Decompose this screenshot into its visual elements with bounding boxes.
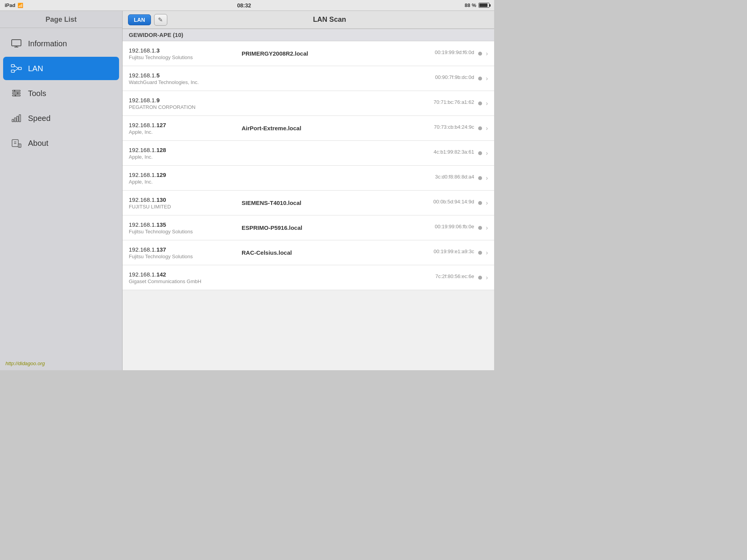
row-status-dot	[478, 226, 482, 230]
svg-rect-5	[18, 67, 21, 70]
chevron-right-icon: ›	[486, 249, 488, 256]
table-row[interactable]: 192.168.1.127 Apple, Inc. AirPort-Extrem…	[123, 116, 494, 141]
svg-rect-8	[12, 90, 20, 91]
speed-label: Speed	[28, 114, 51, 123]
row-mac: 3c:d0:f8:86:8d:a4	[435, 174, 474, 182]
row-hostname: SIEMENS-T4010.local	[242, 200, 301, 206]
table-row[interactable]: 192.168.1.128 Apple, Inc. 4c:b1:99:82:3a…	[123, 141, 494, 166]
section-header: GEWIDOR-APE (10)	[123, 29, 494, 41]
row-ip: 192.168.1.9	[129, 97, 238, 103]
row-hostname-cell: RAC-Celsius.local	[238, 249, 410, 256]
row-right: 4c:b1:99:82:3a:61 ›	[410, 149, 488, 157]
row-hostname: PRIMERGY2008R2.local	[242, 50, 308, 57]
speed-icon	[10, 112, 23, 124]
table-row[interactable]: 192.168.1.129 Apple, Inc. 3c:d0:f8:86:8d…	[123, 166, 494, 191]
row-status-dot	[478, 151, 482, 155]
battery-icon	[479, 3, 489, 8]
edit-icon: ✎	[158, 16, 163, 23]
row-vendor: Fujitsu Technology Solutions	[129, 229, 238, 234]
sidebar-item-tools[interactable]: Tools	[3, 82, 119, 105]
table-row[interactable]: 192.168.1.3 Fujitsu Technology Solutions…	[123, 41, 494, 66]
svg-rect-0	[12, 40, 21, 46]
row-right: 3c:d0:f8:86:8d:a4 ›	[410, 174, 488, 182]
about-icon	[10, 137, 23, 149]
row-ip-vendor: 192.168.1.129 Apple, Inc.	[129, 172, 238, 185]
table-row[interactable]: 192.168.1.135 Fujitsu Technology Solutio…	[123, 215, 494, 240]
information-label: Information	[28, 39, 67, 48]
svg-rect-13	[15, 94, 16, 96]
sidebar-header: Page List	[0, 11, 122, 28]
row-vendor: PEGATRON CORPORATION	[129, 104, 238, 110]
svg-rect-17	[19, 115, 21, 122]
row-right: 00:90:7f:9b:dc:0d ›	[410, 74, 488, 82]
row-right: 00:0b:5d:94:14:9d ›	[410, 199, 488, 207]
row-hostname-cell: SIEMENS-T4010.local	[238, 200, 410, 206]
row-status-dot	[478, 126, 482, 130]
chevron-right-icon: ›	[486, 50, 488, 57]
row-right: 00:19:99:9d:f6:0d ›	[410, 49, 488, 58]
sidebar-item-about[interactable]: About	[3, 131, 119, 155]
sidebar: Page List Information	[0, 11, 123, 370]
row-mac: 70:73:cb:b4:24:9c	[434, 124, 474, 132]
lan-button[interactable]: LAN	[128, 14, 151, 25]
row-right: 7c:2f:80:56:ec:6e ›	[410, 273, 488, 282]
chevron-right-icon: ›	[486, 274, 488, 281]
row-ip-vendor: 192.168.1.127 Apple, Inc.	[129, 122, 238, 135]
table-row[interactable]: 192.168.1.9 PEGATRON CORPORATION 70:71:b…	[123, 91, 494, 116]
row-hostname-cell: AirPort-Extreme.local	[238, 125, 410, 132]
row-ip: 192.168.1.130	[129, 196, 238, 203]
edit-button[interactable]: ✎	[154, 14, 167, 26]
row-hostname: RAC-Celsius.local	[242, 249, 292, 256]
row-right: 00:19:99:e1:a9:3c ›	[410, 248, 488, 257]
svg-rect-18	[12, 140, 18, 147]
chevron-right-icon: ›	[486, 150, 488, 157]
scan-rows-container: 192.168.1.3 Fujitsu Technology Solutions…	[123, 41, 494, 290]
row-ip-vendor: 192.168.1.3 Fujitsu Technology Solutions	[129, 47, 238, 60]
table-row[interactable]: 192.168.1.142 Gigaset Communications Gmb…	[123, 265, 494, 290]
sidebar-item-information[interactable]: Information	[3, 32, 119, 55]
sidebar-item-speed[interactable]: Speed	[3, 107, 119, 130]
row-ip-vendor: 192.168.1.9 PEGATRON CORPORATION	[129, 97, 238, 110]
chevron-right-icon: ›	[486, 75, 488, 82]
row-status-dot	[478, 176, 482, 180]
row-vendor: Gigaset Communications GmbH	[129, 278, 238, 284]
row-mac: 70:71:bc:76:a1:62	[434, 99, 474, 107]
row-vendor: FUJITSU LIMITED	[129, 204, 238, 210]
row-ip: 192.168.1.5	[129, 72, 238, 79]
row-status-dot	[478, 251, 482, 255]
row-right: 70:73:cb:b4:24:9c ›	[410, 124, 488, 132]
svg-rect-11	[14, 90, 15, 92]
row-ip: 192.168.1.128	[129, 147, 238, 153]
toolbar: LAN ✎ LAN Scan	[123, 11, 494, 29]
row-vendor: Apple, Inc.	[129, 179, 238, 185]
svg-rect-14	[12, 119, 14, 122]
table-row[interactable]: 192.168.1.5 WatchGuard Technologies, Inc…	[123, 66, 494, 91]
row-ip-vendor: 192.168.1.5 WatchGuard Technologies, Inc…	[129, 72, 238, 85]
status-bar: iPad 📶 08:32 88 %	[0, 0, 494, 11]
monitor-icon	[10, 37, 23, 50]
row-right: 00:19:99:06:fb:0e ›	[410, 224, 488, 232]
chevron-right-icon: ›	[486, 200, 488, 206]
scan-list: GEWIDOR-APE (10) 192.168.1.3 Fujitsu Tec…	[123, 29, 494, 370]
row-mac: 4c:b1:99:82:3a:61	[434, 149, 474, 157]
watermark: http://didagoo.org	[0, 357, 122, 370]
row-vendor: WatchGuard Technologies, Inc.	[129, 79, 238, 85]
battery-percent: 88 %	[465, 2, 476, 8]
status-left: iPad 📶	[5, 2, 23, 8]
row-ip: 192.168.1.135	[129, 221, 238, 228]
wifi-icon: 📶	[18, 3, 23, 8]
row-hostname: AirPort-Extreme.local	[242, 125, 301, 131]
svg-rect-3	[11, 65, 14, 67]
svg-line-6	[14, 66, 18, 68]
sidebar-item-lan[interactable]: LAN	[3, 57, 119, 80]
chevron-right-icon: ›	[486, 175, 488, 182]
row-mac: 00:90:7f:9b:dc:0d	[435, 74, 474, 82]
lan-label: LAN	[28, 64, 43, 73]
main-layout: Page List Information	[0, 11, 494, 370]
section-header-text: GEWIDOR-APE (10)	[129, 32, 183, 38]
row-right: 70:71:bc:76:a1:62 ›	[410, 99, 488, 107]
table-row[interactable]: 192.168.1.137 Fujitsu Technology Solutio…	[123, 240, 494, 265]
table-row[interactable]: 192.168.1.130 FUJITSU LIMITED SIEMENS-T4…	[123, 191, 494, 215]
device-label: iPad	[5, 2, 15, 8]
row-mac: 00:19:99:06:fb:0e	[435, 224, 474, 232]
